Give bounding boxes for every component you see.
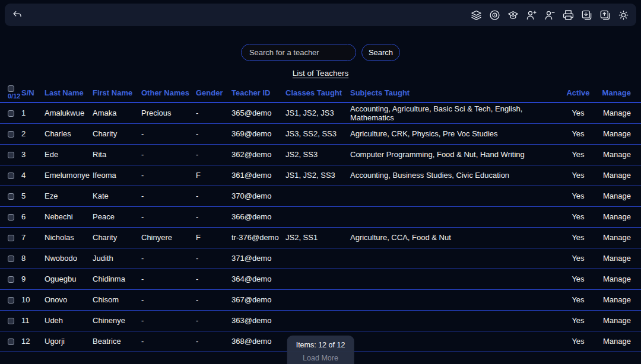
header-sn: S/N — [21, 83, 45, 103]
table-row: 9 Oguegbu Chidinma - - 364@demo Yes Mana… — [0, 269, 641, 289]
row-checkbox[interactable] — [8, 297, 14, 304]
manage-link[interactable]: Manage — [594, 186, 641, 206]
row-checkbox[interactable] — [8, 276, 14, 283]
cell-first-name: Charity — [93, 227, 141, 248]
manage-link[interactable]: Manage — [594, 269, 641, 289]
cell-subjects — [350, 310, 563, 331]
cell-other-names: - — [141, 165, 196, 186]
cell-classes: JS2, SS1 — [285, 227, 350, 248]
cell-sn: 10 — [21, 289, 45, 310]
manage-link[interactable]: Manage — [594, 123, 641, 144]
cell-sn: 12 — [21, 331, 45, 352]
cell-gender: - — [196, 269, 231, 289]
table-row: 10 Onovo Chisom - - 367@demo Yes Manage — [0, 289, 641, 310]
cell-last-name: Eze — [45, 186, 93, 206]
manage-link[interactable]: Manage — [594, 331, 641, 352]
header-gender: Gender — [196, 83, 231, 103]
cell-classes: JS2, SS3 — [285, 144, 350, 165]
search-button[interactable]: Search — [361, 44, 400, 61]
search-input[interactable] — [241, 44, 356, 61]
cell-other-names: - — [141, 186, 196, 206]
row-checkbox[interactable] — [8, 318, 14, 324]
row-checkbox[interactable] — [8, 131, 14, 138]
cell-classes — [285, 206, 350, 227]
row-checkbox[interactable] — [8, 339, 14, 345]
cell-classes: JS1, JS2, SS3 — [285, 165, 350, 186]
manage-link[interactable]: Manage — [594, 289, 641, 310]
header-other-names: Other Names — [141, 83, 196, 103]
cell-classes: JS1, JS2, JS3 — [285, 103, 350, 123]
table-row: 8 Nwobodo Judith - - 371@demo Yes Manage — [0, 248, 641, 269]
cell-last-name: Nwobodo — [45, 248, 93, 269]
cell-sn: 6 — [21, 206, 45, 227]
row-checkbox[interactable] — [8, 173, 14, 179]
row-checkbox[interactable] — [8, 110, 14, 117]
items-count: Items: 12 of 12 — [296, 341, 345, 349]
cell-sn: 3 — [21, 144, 45, 165]
cell-sn: 1 — [21, 103, 45, 123]
cell-gender: - — [196, 103, 231, 123]
cell-active: Yes — [563, 310, 594, 331]
manage-link[interactable]: Manage — [594, 165, 641, 186]
layers-icon[interactable] — [470, 9, 483, 21]
manage-link[interactable]: Manage — [594, 144, 641, 165]
cell-last-name: Oguegbu — [45, 269, 93, 289]
header-first-name: First Name — [93, 83, 141, 103]
cell-subjects: Agriculture, CRK, Physics, Pre Voc Studi… — [350, 123, 563, 144]
row-checkbox[interactable] — [8, 152, 14, 158]
page-title: List of Teachers — [0, 69, 641, 78]
cell-classes — [285, 289, 350, 310]
manage-link[interactable]: Manage — [594, 103, 641, 123]
row-checkbox[interactable] — [8, 214, 14, 221]
cell-classes: JS3, SS2, SS3 — [285, 123, 350, 144]
table-row: 1 Amalukwue Amaka Precious - 365@demo JS… — [0, 103, 641, 123]
user-plus-icon[interactable] — [525, 9, 538, 21]
cell-active: Yes — [563, 103, 594, 123]
graduation-cap-icon[interactable] — [507, 9, 519, 21]
cell-first-name: Ifeoma — [93, 165, 141, 186]
cell-active: Yes — [563, 206, 594, 227]
cell-teacher-id: 363@demo — [231, 310, 285, 331]
cell-teacher-id: 371@demo — [231, 248, 285, 269]
manage-link[interactable]: Manage — [594, 310, 641, 331]
cell-active: Yes — [563, 331, 594, 352]
upload-icon[interactable] — [599, 9, 611, 21]
table-row: 11 Udeh Chinenye - - 363@demo Yes Manage — [0, 310, 641, 331]
table-row: 4 Emelumonye Ifeoma - F 361@demo JS1, JS… — [0, 165, 641, 186]
cell-teacher-id: 364@demo — [231, 269, 285, 289]
cell-first-name: Chinenye — [93, 310, 141, 331]
cell-classes — [285, 186, 350, 206]
cell-gender: F — [196, 165, 231, 186]
cell-gender: - — [196, 248, 231, 269]
select-all-checkbox[interactable] — [8, 85, 14, 92]
top-toolbar — [5, 4, 636, 26]
row-checkbox[interactable] — [8, 235, 14, 241]
cell-teacher-id: 367@demo — [231, 289, 285, 310]
user-minus-icon[interactable] — [544, 9, 556, 21]
cell-first-name: Beatrice — [93, 331, 141, 352]
row-checkbox[interactable] — [8, 193, 14, 200]
load-more-button[interactable]: Load More — [296, 354, 345, 362]
header-classes-taught: Classes Taught — [285, 83, 350, 103]
back-icon[interactable] — [11, 9, 24, 21]
cell-gender: - — [196, 206, 231, 227]
printer-icon[interactable] — [562, 9, 575, 21]
download-icon[interactable] — [580, 9, 593, 21]
row-checkbox[interactable] — [8, 256, 14, 262]
eye-icon[interactable] — [488, 9, 501, 21]
cell-last-name: Onovo — [45, 289, 93, 310]
cell-sn: 8 — [21, 248, 45, 269]
cell-teacher-id: 370@demo — [231, 186, 285, 206]
brightness-icon[interactable] — [617, 9, 630, 21]
cell-teacher-id: 361@demo — [231, 165, 285, 186]
cell-active: Yes — [563, 227, 594, 248]
search-bar: Search — [0, 44, 641, 61]
cell-other-names: - — [141, 289, 196, 310]
manage-link[interactable]: Manage — [594, 248, 641, 269]
cell-other-names: - — [141, 123, 196, 144]
manage-link[interactable]: Manage — [594, 227, 641, 248]
cell-active: Yes — [563, 144, 594, 165]
cell-sn: 9 — [21, 269, 45, 289]
manage-link[interactable]: Manage — [594, 206, 641, 227]
cell-subjects — [350, 289, 563, 310]
